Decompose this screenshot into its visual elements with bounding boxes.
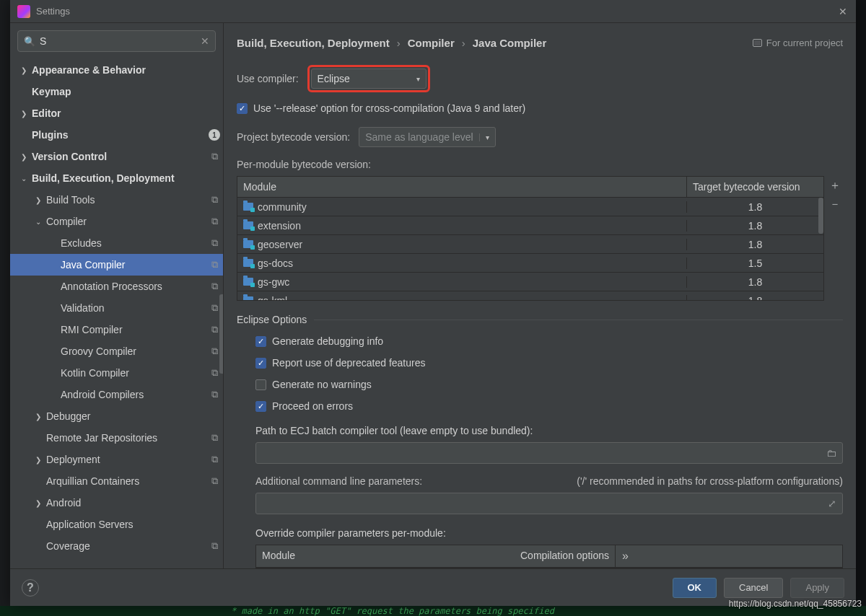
search-box[interactable]: 🔍 ✕ — [17, 30, 216, 52]
override-col-module[interactable]: Module — [256, 545, 515, 567]
report-deprecated-checkbox[interactable]: Report use of deprecated features — [255, 357, 843, 369]
tree-scrollbar-thumb[interactable] — [219, 294, 223, 374]
settings-dialog: Settings ✕ 🔍 ✕ ❯Appearance & BehaviorKey… — [10, 0, 856, 606]
clear-search-icon[interactable]: ✕ — [201, 35, 209, 47]
release-option-checkbox[interactable]: Use '--release' option for cross-compila… — [237, 102, 843, 114]
target-version[interactable]: 1.8 — [686, 220, 823, 232]
tree-item[interactable]: Remote Jar Repositories⧉ — [10, 427, 223, 449]
tree-item[interactable]: ❯Build Tools⧉ — [10, 189, 223, 211]
watermark: https://blog.csdn.net/qq_45856723 — [729, 599, 862, 609]
tree-item[interactable]: ⌄Compiler⧉ — [10, 211, 223, 232]
tree-item[interactable]: ⌄Build, Execution, Deployment — [10, 167, 223, 189]
project-icon — [753, 39, 762, 47]
col-module[interactable]: Module — [237, 177, 686, 197]
ok-button[interactable]: OK — [673, 578, 717, 598]
tree-item[interactable]: ❯Version Control⧉ — [10, 146, 223, 167]
override-more-button[interactable]: » — [615, 545, 635, 567]
add-row-button[interactable]: ＋ — [828, 179, 841, 192]
override-col-options[interactable]: Compilation options — [515, 545, 615, 567]
tree-item[interactable]: Validation⧉ — [10, 297, 223, 319]
browse-folder-icon[interactable]: 🗀 — [826, 447, 836, 459]
table-row[interactable]: gs-kml1.8 — [237, 291, 823, 300]
tree-item-label: Coverage — [46, 540, 206, 552]
chevron-right-icon: › — [462, 37, 465, 49]
target-version[interactable]: 1.8 — [686, 295, 823, 301]
checkbox-icon[interactable] — [255, 358, 266, 369]
target-version[interactable]: 1.8 — [686, 276, 823, 288]
checkbox-icon[interactable] — [255, 379, 266, 390]
table-row[interactable]: geoserver1.8 — [237, 235, 823, 254]
ecj-path-field[interactable]: 🗀 — [255, 442, 843, 464]
tree-item[interactable]: Kotlin Compiler⧉ — [10, 362, 223, 384]
tree-item[interactable]: ❯Editor — [10, 102, 223, 124]
project-scope-text: For current project — [766, 38, 843, 48]
tree-item[interactable]: RMI Compiler⧉ — [10, 319, 223, 340]
tree-item[interactable]: Coverage⧉ — [10, 535, 223, 557]
tree-item-label: Debugger — [46, 410, 206, 422]
chevron-icon: ❯ — [35, 413, 42, 421]
project-scope-icon: ⧉ — [206, 237, 223, 249]
apply-button[interactable]: Apply — [790, 578, 844, 598]
cmd-params-field[interactable]: ⤢ — [255, 493, 843, 514]
col-target[interactable]: Target bytecode version — [686, 177, 823, 197]
checkbox-icon[interactable] — [255, 401, 266, 412]
logo-icon — [17, 5, 30, 18]
table-row[interactable]: community1.8 — [237, 198, 823, 216]
chevron-icon: ❯ — [35, 196, 42, 204]
target-version[interactable]: 1.5 — [686, 258, 823, 269]
search-input[interactable] — [40, 35, 201, 47]
settings-tree[interactable]: ❯Appearance & BehaviorKeymap❯EditorPlugi… — [10, 56, 223, 568]
checkbox-icon[interactable] — [255, 336, 266, 347]
project-scope-icon: ⧉ — [206, 194, 223, 206]
tree-item[interactable]: Plugins1 — [10, 124, 223, 146]
tree-item-label: Editor — [32, 107, 206, 119]
chevron-icon: ❯ — [20, 110, 27, 118]
tree-item[interactable]: ❯Android — [10, 492, 223, 514]
project-bytecode-select[interactable]: Same as language level ▾ — [359, 127, 496, 147]
expand-icon[interactable]: ⤢ — [828, 498, 836, 509]
tree-item-label: Plugins — [32, 129, 206, 141]
tree-item[interactable]: Application Servers — [10, 514, 223, 535]
use-compiler-select[interactable]: Eclipse ▾ — [311, 69, 427, 89]
chevron-icon: ❯ — [20, 153, 27, 161]
table-row[interactable]: gs-docs1.5 — [237, 254, 823, 273]
tree-item[interactable]: ❯Debugger — [10, 405, 223, 427]
table-scrollbar-thumb[interactable] — [818, 198, 823, 234]
close-icon[interactable]: ✕ — [837, 6, 849, 17]
module-folder-icon — [243, 278, 253, 286]
remove-row-button[interactable]: － — [828, 198, 841, 211]
tree-item[interactable]: Annotation Processors⧉ — [10, 276, 223, 297]
tree-item[interactable]: Arquillian Containers⧉ — [10, 470, 223, 492]
tree-item-label: Build, Execution, Deployment — [32, 172, 206, 184]
breadcrumb-a[interactable]: Build, Execution, Deployment — [237, 37, 390, 49]
caret-down-icon: ▾ — [416, 75, 420, 83]
tree-item[interactable]: Groovy Compiler⧉ — [10, 340, 223, 362]
titlebar: Settings ✕ — [10, 0, 856, 23]
gen-no-warnings-checkbox[interactable]: Generate no warnings — [255, 379, 843, 390]
help-button[interactable]: ? — [22, 579, 39, 597]
chevron-icon: ❯ — [35, 499, 42, 507]
target-version[interactable]: 1.8 — [686, 201, 823, 213]
tree-item[interactable]: ❯Deployment⧉ — [10, 449, 223, 470]
project-scope-icon: ⧉ — [206, 281, 223, 292]
tree-item[interactable]: ❯Appearance & Behavior — [10, 59, 223, 81]
tree-item-label: Kotlin Compiler — [61, 367, 206, 379]
project-bytecode-value: Same as language level — [365, 131, 473, 143]
target-version[interactable]: 1.8 — [686, 239, 823, 250]
report-deprecated-label: Report use of deprecated features — [272, 357, 425, 369]
checkbox-icon[interactable] — [237, 103, 248, 114]
release-option-label: Use '--release' option for cross-compila… — [253, 102, 525, 114]
table-row[interactable]: extension1.8 — [237, 216, 823, 235]
module-table[interactable]: Module Target bytecode version community… — [237, 176, 824, 301]
table-row[interactable]: gs-gwc1.8 — [237, 273, 823, 291]
breadcrumb-b[interactable]: Compiler — [408, 37, 455, 49]
override-table[interactable]: Module Compilation options » — [255, 545, 843, 568]
tree-item[interactable]: Excludes⧉ — [10, 232, 223, 254]
cancel-button[interactable]: Cancel — [724, 578, 783, 598]
tree-item[interactable]: Java Compiler⧉ — [10, 254, 223, 276]
divider — [314, 320, 843, 320]
tree-item[interactable]: Android Compilers⧉ — [10, 384, 223, 405]
gen-debug-checkbox[interactable]: Generate debugging info — [255, 335, 843, 347]
tree-item[interactable]: Keymap — [10, 81, 223, 102]
proceed-on-errors-checkbox[interactable]: Proceed on errors — [255, 400, 843, 412]
